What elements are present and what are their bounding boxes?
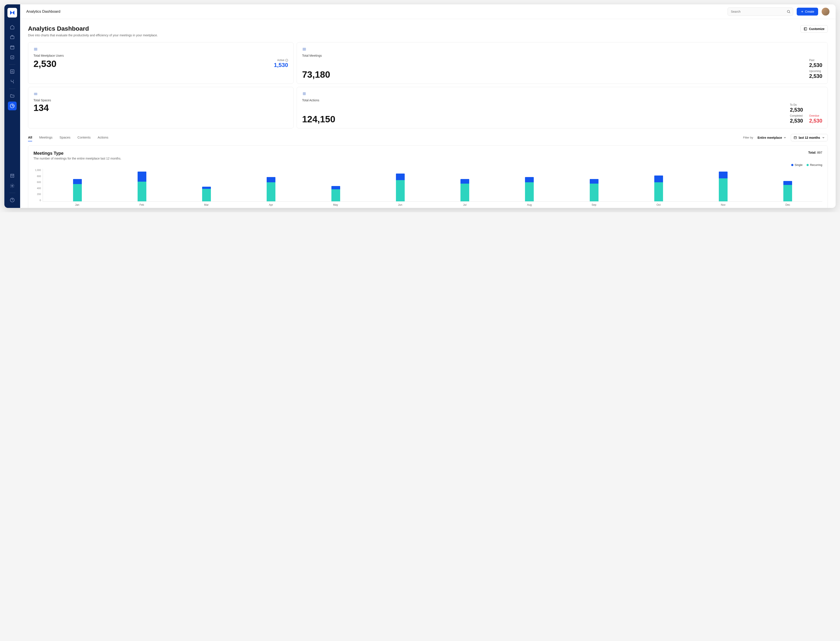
nav-flow[interactable] bbox=[8, 77, 17, 86]
svg-point-6 bbox=[787, 10, 790, 13]
calendar-icon bbox=[302, 47, 822, 52]
briefcase-icon bbox=[34, 92, 288, 97]
check-icon bbox=[302, 92, 822, 97]
nav-reports[interactable] bbox=[8, 67, 17, 76]
create-button[interactable]: Create bbox=[797, 8, 818, 16]
svg-rect-13 bbox=[794, 137, 797, 139]
chevron-down-icon bbox=[822, 136, 825, 139]
period-value: last 12 months bbox=[799, 136, 820, 139]
svg-rect-2 bbox=[11, 56, 14, 59]
svg-rect-12 bbox=[303, 92, 305, 95]
svg-point-4 bbox=[11, 185, 13, 187]
card-meetings: Total Meetings 73,180 Past 2,530 Upcomin… bbox=[297, 42, 828, 84]
active-value: 1,530 bbox=[274, 62, 288, 69]
overdue-value: 2,530 bbox=[809, 118, 822, 124]
tab-contents[interactable]: Contents bbox=[77, 134, 91, 142]
chart-meetings-type: Meetings Type The number of meetings for… bbox=[28, 145, 828, 208]
search-input[interactable] bbox=[728, 8, 793, 16]
avatar[interactable] bbox=[822, 8, 829, 16]
card-label: Total Spaces bbox=[34, 98, 288, 102]
card-value: 124,150 bbox=[302, 115, 335, 124]
nav-settings[interactable] bbox=[8, 181, 17, 190]
svg-rect-8 bbox=[34, 48, 37, 50]
page-subtitle: Dive into charts that evaluate the produ… bbox=[28, 34, 158, 37]
nav-help[interactable] bbox=[8, 196, 17, 205]
active-label: Active bbox=[277, 59, 284, 62]
x-axis: JanFebMarAprMayJunJulAugSepOctNovDec bbox=[43, 201, 822, 206]
past-value: 2,530 bbox=[809, 62, 822, 68]
divider bbox=[9, 193, 15, 193]
info-icon[interactable] bbox=[285, 59, 288, 62]
upcoming-value: 2,530 bbox=[809, 73, 822, 79]
todo-label: To Do bbox=[790, 103, 803, 106]
layout-icon bbox=[804, 27, 807, 31]
chevron-down-icon bbox=[783, 136, 786, 139]
nav-briefcase[interactable] bbox=[8, 33, 17, 42]
svg-rect-10 bbox=[303, 48, 306, 50]
chart-total: Total: 897 bbox=[808, 151, 822, 154]
svg-rect-11 bbox=[34, 93, 37, 95]
customize-label: Customize bbox=[809, 27, 824, 31]
divider bbox=[9, 89, 15, 89]
svg-rect-0 bbox=[11, 36, 14, 39]
completed-value: 2,530 bbox=[790, 118, 803, 124]
calendar-icon bbox=[793, 136, 797, 139]
search-icon bbox=[787, 10, 790, 14]
nav-tasks[interactable] bbox=[8, 53, 17, 62]
card-users: Total Meetplace Users 2,530 Active 1,530 bbox=[28, 42, 294, 84]
tab-meetings[interactable]: Meetings bbox=[39, 134, 53, 142]
card-value: 2,530 bbox=[34, 59, 56, 69]
create-label: Create bbox=[805, 10, 814, 13]
tab-spaces[interactable]: Spaces bbox=[59, 134, 71, 142]
scope-select[interactable]: Entire meetplace bbox=[758, 136, 786, 139]
completed-label: Completed bbox=[790, 114, 803, 117]
tab-all[interactable]: All bbox=[28, 134, 32, 142]
scope-value: Entire meetplace bbox=[758, 136, 782, 139]
filter-label: Filter by bbox=[743, 136, 753, 139]
card-label: Total Meetings bbox=[302, 54, 822, 57]
overdue-label: Overdue bbox=[809, 114, 822, 117]
page-title: Analytics Dashboard bbox=[28, 25, 158, 32]
chart-subtitle: The number of meetings for the entire me… bbox=[34, 157, 121, 160]
topbar-title: Analytics Dashboard bbox=[26, 10, 60, 14]
card-value: 134 bbox=[34, 103, 288, 113]
app-logo[interactable] bbox=[8, 8, 17, 18]
upcoming-label: Upcoming bbox=[809, 69, 822, 72]
todo-value: 2,530 bbox=[790, 107, 803, 113]
y-axis: 1,0008006004002000 bbox=[34, 169, 43, 201]
legend: Single Recurring bbox=[34, 163, 822, 166]
past-label: Past bbox=[809, 59, 822, 62]
card-label: Total Actions bbox=[302, 98, 822, 102]
tabs: All Meetings Spaces Contents Actions bbox=[28, 134, 108, 142]
legend-recurring: Recurring bbox=[810, 163, 822, 166]
legend-single: Single bbox=[795, 163, 803, 166]
nav-store[interactable] bbox=[8, 171, 17, 180]
customize-button[interactable]: Customize bbox=[800, 25, 828, 32]
calendar-icon bbox=[34, 47, 288, 52]
svg-rect-1 bbox=[11, 46, 14, 49]
card-value: 73,180 bbox=[302, 70, 330, 79]
card-spaces: Total Spaces 134 bbox=[28, 87, 294, 129]
card-label: Total Meetplace Users bbox=[34, 54, 288, 57]
card-actions: Total Actions 124,150 To Do 2,530 Comple… bbox=[297, 87, 828, 129]
nav-folder[interactable] bbox=[8, 92, 17, 100]
nav-home[interactable] bbox=[8, 23, 17, 32]
chart-title: Meetings Type bbox=[34, 151, 121, 156]
plus-icon bbox=[801, 10, 804, 13]
bars bbox=[43, 169, 822, 201]
period-select[interactable]: last 12 months bbox=[791, 134, 828, 142]
nav-analytics[interactable] bbox=[8, 101, 17, 110]
tab-actions[interactable]: Actions bbox=[98, 134, 108, 142]
nav-calendar[interactable] bbox=[8, 43, 17, 52]
